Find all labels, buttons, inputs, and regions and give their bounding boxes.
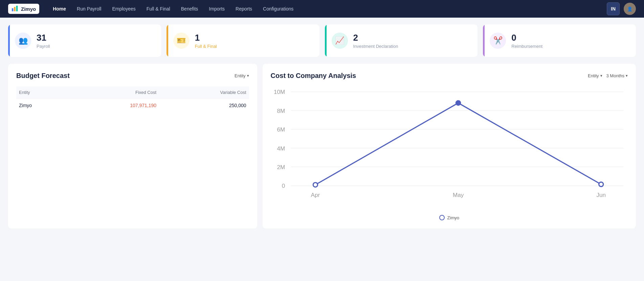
budget-title: Budget Forecast: [16, 72, 70, 80]
chart-header: Cost to Company Analysis Entity ▾ 3 Mont…: [271, 72, 628, 80]
col-variable-cost: Variable Cost: [159, 86, 249, 99]
svg-text:Jun: Jun: [596, 192, 606, 198]
row-variable-cost: 250,000: [159, 99, 249, 113]
chevron-down-icon: ▾: [626, 74, 628, 78]
chart-container: 10M 8M 6M 4M 2M 0 Apr May Jun: [271, 85, 628, 220]
logo-text: Zimyo: [21, 6, 36, 12]
chart-title: Cost to Company Analysis: [271, 72, 356, 80]
chart-legend: Zimyo: [271, 215, 628, 220]
payroll-icon: 👥: [15, 33, 31, 49]
chart-dropdowns: Entity ▾ 3 Months ▾: [588, 73, 628, 78]
col-entity: Entity: [16, 86, 68, 99]
main-content: 👥 31 Payroll 🎫 1 Full & Final 📈 2 Invest…: [0, 18, 644, 235]
chevron-down-icon: ▾: [247, 74, 249, 78]
budget-forecast-panel: Budget Forecast Entity ▾ Entity Fixed Co…: [8, 64, 257, 228]
nav-run-payroll[interactable]: Run Payroll: [77, 6, 101, 12]
svg-rect-1: [14, 7, 16, 12]
user-avatar[interactable]: 👤: [624, 3, 636, 15]
legend-circle-icon: [439, 215, 445, 220]
col-fixed-cost: Fixed Cost: [68, 86, 159, 99]
nav-right: IN 👤: [607, 2, 636, 15]
logo[interactable]: Zimyo: [8, 4, 39, 14]
svg-text:May: May: [452, 192, 464, 198]
investment-label: Investment Declaration: [353, 44, 398, 49]
reimbursement-label: Reimbursement: [511, 44, 542, 49]
svg-text:2M: 2M: [277, 164, 285, 170]
svg-text:0: 0: [282, 182, 285, 189]
svg-rect-0: [12, 8, 14, 11]
stat-cards-row: 👥 31 Payroll 🎫 1 Full & Final 📈 2 Invest…: [8, 24, 636, 57]
country-badge[interactable]: IN: [607, 2, 620, 15]
nav-full-final[interactable]: Full & Final: [147, 6, 170, 12]
svg-rect-2: [16, 6, 18, 12]
full-final-icon: 🎫: [173, 33, 190, 49]
budget-table: Entity Fixed Cost Variable Cost Zimyo 10…: [16, 86, 249, 112]
nav-benefits[interactable]: Benefits: [181, 6, 198, 12]
navbar: Zimyo Home Run Payroll Employees Full & …: [0, 0, 644, 18]
panels-row: Budget Forecast Entity ▾ Entity Fixed Co…: [8, 64, 636, 228]
nav-configurations[interactable]: Configurations: [263, 6, 293, 12]
payroll-count: 31: [37, 33, 50, 43]
svg-text:Apr: Apr: [311, 192, 320, 198]
cost-analysis-panel: Cost to Company Analysis Entity ▾ 3 Mont…: [263, 64, 636, 228]
svg-text:8M: 8M: [277, 107, 285, 114]
stat-card-reimbursement: ✂️ 0 Reimbursement: [483, 24, 636, 57]
row-fixed-cost: 107,971,190: [68, 99, 159, 113]
legend-label: Zimyo: [447, 215, 459, 220]
full-final-label: Full & Final: [195, 44, 217, 49]
chevron-down-icon: ▾: [600, 74, 602, 78]
investment-count: 2: [353, 33, 398, 43]
svg-point-18: [313, 183, 317, 187]
table-row: Zimyo 107,971,190 250,000: [16, 99, 249, 113]
row-entity: Zimyo: [16, 99, 68, 113]
nav-home[interactable]: Home: [53, 6, 66, 12]
full-final-count: 1: [195, 33, 217, 43]
svg-text:10M: 10M: [273, 88, 285, 95]
stat-card-payroll: 👥 31 Payroll: [8, 24, 161, 57]
stat-card-full-final: 🎫 1 Full & Final: [166, 24, 319, 57]
stat-card-investment: 📈 2 Investment Declaration: [325, 24, 478, 57]
svg-point-19: [456, 101, 460, 105]
chart-months-dropdown[interactable]: 3 Months ▾: [606, 73, 628, 78]
nav-reports[interactable]: Reports: [236, 6, 252, 12]
budget-entity-dropdown[interactable]: Entity ▾: [235, 73, 249, 78]
reimbursement-count: 0: [511, 33, 542, 43]
nav-imports[interactable]: Imports: [209, 6, 225, 12]
investment-icon: 📈: [332, 33, 348, 49]
chart-entity-dropdown[interactable]: Entity ▾: [588, 73, 602, 78]
budget-header: Budget Forecast Entity ▾: [16, 72, 249, 80]
svg-text:4M: 4M: [277, 145, 285, 152]
svg-text:6M: 6M: [277, 126, 285, 133]
line-chart-svg: 10M 8M 6M 4M 2M 0 Apr May Jun: [271, 85, 628, 210]
svg-point-20: [599, 182, 603, 186]
nav-employees[interactable]: Employees: [112, 6, 135, 12]
nav-links: Home Run Payroll Employees Full & Final …: [53, 6, 607, 12]
reimbursement-icon: ✂️: [490, 33, 506, 49]
payroll-label: Payroll: [37, 44, 50, 49]
